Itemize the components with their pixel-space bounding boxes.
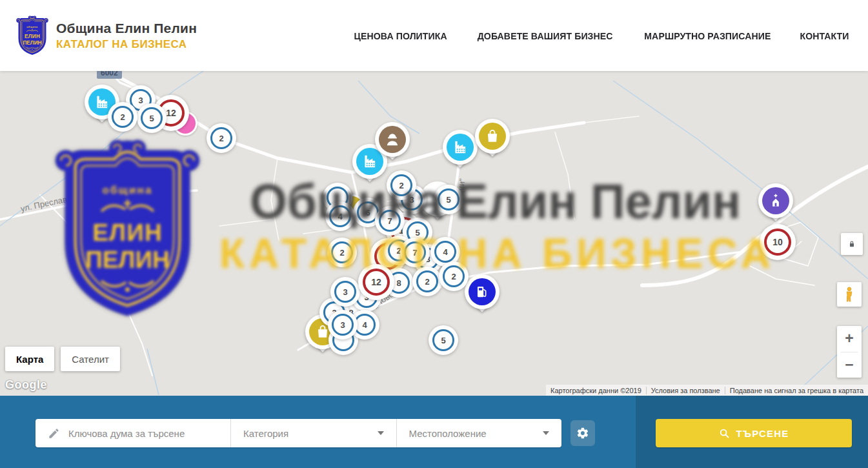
gear-icon	[576, 427, 589, 440]
shopping-bag-icon	[479, 123, 506, 150]
search-icon	[719, 428, 730, 439]
site-title: Община Елин Пелин	[56, 21, 197, 36]
cluster-count: 5	[141, 107, 163, 129]
cluster-marker[interactable]: 3	[330, 277, 360, 307]
cluster-count: 2	[331, 241, 353, 263]
site-logo[interactable]: община ЕЛИН ПЕЛИН	[16, 15, 48, 56]
main-nav: ЦЕНОВА ПОЛИТИКАДОБАВЕТЕ ВАШИЯТ БИЗНЕСМАР…	[351, 30, 852, 41]
chevron-down-icon	[543, 431, 549, 435]
cluster-count: 3	[334, 281, 356, 303]
cluster-count: 5	[438, 188, 459, 210]
zoom-out-button[interactable]: −	[837, 352, 862, 378]
pegman-button[interactable]	[837, 282, 862, 307]
marker-pin-fuel[interactable]	[465, 274, 500, 309]
pencil-icon	[48, 427, 60, 440]
marker-pin-bag[interactable]	[475, 119, 510, 154]
cluster-count: 10	[764, 229, 791, 256]
cluster-marker[interactable]: 2	[327, 238, 357, 267]
map-canvas[interactable]: 6002 ул. Преславбул. „Новоселции“ 833343…	[0, 71, 868, 396]
cluster-marker[interactable]: 10	[760, 224, 796, 260]
cluster-marker[interactable]: 5	[434, 185, 463, 214]
svg-text:ЕЛИН: ЕЛИН	[25, 34, 40, 39]
marker-pin-factory[interactable]	[443, 130, 478, 165]
cluster-count: 2	[390, 174, 412, 196]
nav-item-3[interactable]: МАРШРУТНО РАЗПИСАНИЕ	[645, 30, 771, 41]
municipality-crest-icon: община ЕЛИН ПЕЛИН	[16, 15, 48, 56]
cluster-marker[interactable]: 2	[108, 102, 137, 132]
cluster-count: 4	[434, 241, 456, 263]
category-select-value: Категория	[243, 428, 288, 439]
cluster-count: 4	[329, 205, 351, 227]
map-type-button-map[interactable]: Карта	[5, 347, 54, 371]
category-select[interactable]: Категория	[230, 419, 396, 447]
cluster-count: 2	[416, 270, 438, 292]
marker-pin-worker[interactable]	[375, 122, 410, 157]
search-bar: Категория Местоположение ТЪРСЕНЕ	[0, 396, 868, 468]
cluster-count: 2	[443, 265, 465, 287]
location-select[interactable]: Местоположение	[396, 419, 562, 447]
attribution-link[interactable]: Подаване на сигнал за грешка в картата	[725, 387, 868, 394]
markers-layer: 8333436432513752874281222531252210	[0, 71, 868, 396]
cluster-count: 2	[210, 127, 232, 149]
zoom-control: + −	[837, 326, 862, 378]
cluster-count: 3	[332, 314, 354, 336]
pegman-icon	[842, 286, 856, 303]
chevron-down-icon	[378, 431, 384, 435]
search-button-label: ТЪРСЕНЕ	[736, 428, 789, 439]
keyword-field-wrap	[35, 419, 230, 447]
map-attribution: Картографски данни ©2019Условия за ползв…	[546, 385, 868, 396]
lock-icon	[847, 239, 857, 249]
cluster-marker[interactable]: 2	[207, 123, 236, 153]
site-title-block: Община Елин Пелин КАТАЛОГ НА БИЗНЕСА	[56, 21, 197, 51]
cluster-marker[interactable]: 2	[387, 170, 416, 200]
marker-pin-church[interactable]	[758, 183, 793, 218]
svg-text:община: община	[26, 26, 38, 28]
map-type-button-satellite[interactable]: Сателит	[61, 347, 120, 371]
nav-item-4[interactable]: КОНТАКТИ	[800, 30, 849, 41]
nav-item-2[interactable]: ДОБАВЕТЕ ВАШИЯТ БИЗНЕС	[478, 30, 613, 41]
zoom-in-button[interactable]: +	[837, 326, 862, 352]
nav-item-1[interactable]: ЦЕНОВА ПОЛИТИКА	[354, 30, 447, 41]
search-group: Категория Местоположение	[35, 419, 561, 447]
cluster-marker[interactable]: 12	[358, 264, 394, 300]
cluster-marker[interactable]: 2	[439, 261, 469, 291]
site-subtitle: КАТАЛОГ НА БИЗНЕСА	[56, 38, 197, 51]
attribution-link[interactable]: Условия за ползване	[646, 387, 725, 394]
cluster-count: 2	[112, 106, 134, 128]
cluster-count: 7	[404, 241, 426, 263]
map-type-control: Карта Сателит	[5, 347, 120, 371]
worker-icon	[379, 126, 406, 153]
cluster-marker[interactable]: 3	[328, 310, 358, 340]
factory-icon	[447, 134, 474, 161]
header: община ЕЛИН ПЕЛИН Община Елин Пелин КАТА…	[0, 0, 868, 71]
cluster-marker[interactable]: 7	[375, 206, 405, 236]
search-button[interactable]: ТЪРСЕНЕ	[656, 419, 852, 447]
lock-button[interactable]	[841, 233, 863, 255]
attribution-text: Картографски данни ©2019	[546, 387, 646, 394]
cluster-marker[interactable]: 4	[325, 201, 355, 231]
cluster-count: 7	[379, 210, 401, 232]
cluster-marker[interactable]: 7	[400, 238, 430, 267]
keyword-search-input[interactable]	[68, 428, 223, 439]
advanced-settings-button[interactable]	[570, 420, 595, 446]
google-logo[interactable]: Google	[5, 378, 47, 392]
svg-text:ПЕЛИН: ПЕЛИН	[23, 39, 41, 45]
cluster-marker[interactable]: 2	[412, 267, 442, 296]
fuel-pump-icon	[469, 278, 496, 305]
location-select-value: Местоположение	[409, 428, 487, 439]
cluster-marker[interactable]: 5	[137, 103, 167, 133]
cluster-count: 12	[363, 269, 390, 296]
cluster-count: 5	[432, 329, 454, 351]
church-icon	[762, 187, 789, 214]
cluster-marker[interactable]: 5	[429, 325, 458, 355]
